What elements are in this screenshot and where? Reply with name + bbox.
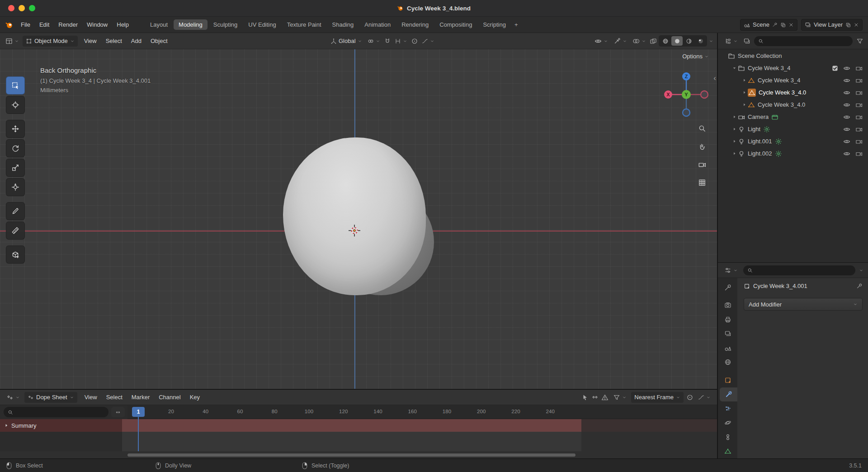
properties-filter-icon[interactable] bbox=[859, 268, 863, 273]
workspace-tab-scripting[interactable]: Scripting bbox=[478, 19, 511, 30]
close-window-button[interactable] bbox=[8, 5, 14, 11]
viewport-menu-select[interactable]: Select bbox=[101, 35, 127, 47]
workspace-tab-rendering[interactable]: Rendering bbox=[396, 19, 434, 30]
disable-in-renders-icon[interactable] bbox=[855, 126, 863, 133]
workspace-tab-modeling[interactable]: Modeling bbox=[174, 19, 208, 30]
dope-sheet-body[interactable]: 20406080100120140160180200220240 Summary… bbox=[0, 405, 717, 458]
mesh-object-sphere[interactable] bbox=[283, 137, 426, 295]
remove-view-layer-icon[interactable] bbox=[854, 22, 859, 28]
summary-keyframe-area[interactable] bbox=[122, 419, 581, 432]
viewport-menu-add[interactable]: Add bbox=[127, 35, 146, 47]
current-frame-badge[interactable]: 1 bbox=[132, 407, 145, 417]
properties-icon[interactable] bbox=[724, 267, 731, 274]
tool-annotate[interactable] bbox=[6, 202, 25, 220]
shading-material-button[interactable] bbox=[683, 36, 694, 46]
outliner-row-cycle-week-3_4-0[interactable]: Cycle Week 3_4.0 bbox=[718, 99, 868, 111]
transform-orientation-dropdown[interactable]: Global bbox=[329, 38, 364, 44]
snap-mode-dropdown[interactable] bbox=[393, 38, 409, 44]
camera-view-icon[interactable] bbox=[698, 160, 706, 169]
shading-wireframe-button[interactable] bbox=[660, 36, 671, 46]
outliner-row-cycle-week-3_4[interactable]: Cycle Week 3_4 bbox=[718, 62, 868, 74]
falloff-dropdown[interactable] bbox=[696, 394, 712, 401]
outliner-editor-type-button[interactable] bbox=[722, 38, 740, 45]
workspace-tab-texture-paint[interactable]: Texture Paint bbox=[282, 19, 326, 30]
channel-search-input[interactable] bbox=[4, 407, 108, 417]
pin-icon[interactable] bbox=[772, 22, 778, 28]
hide-in-viewport-icon[interactable] bbox=[843, 150, 850, 157]
zoom-view-icon[interactable] bbox=[698, 124, 706, 132]
outliner-row-scene-collection[interactable]: Scene Collection bbox=[718, 50, 868, 62]
expand-arrow-icon[interactable] bbox=[731, 114, 738, 119]
properties-tab-particles[interactable] bbox=[718, 401, 737, 416]
properties-tab-tool[interactable] bbox=[718, 280, 737, 295]
new-view-layer-icon[interactable] bbox=[845, 22, 851, 28]
workspace-tab-sculpting[interactable]: Sculpting bbox=[208, 19, 242, 30]
viewport-menu-object[interactable]: Object bbox=[146, 35, 172, 47]
properties-tab-world[interactable] bbox=[718, 355, 737, 370]
proportional-falloff-dropdown[interactable] bbox=[420, 38, 436, 44]
proportional-edit-keys-toggle[interactable] bbox=[686, 394, 693, 401]
summary-channel[interactable]: Summary bbox=[0, 419, 122, 432]
proportional-edit-toggle[interactable] bbox=[411, 38, 418, 45]
expand-arrow-icon[interactable] bbox=[731, 127, 738, 132]
editor-type-button[interactable] bbox=[4, 38, 21, 45]
visibility-dropdown[interactable] bbox=[593, 38, 610, 45]
tool-cursor[interactable] bbox=[6, 96, 25, 114]
disable-in-renders-icon[interactable] bbox=[855, 150, 863, 157]
dope-menu-channel[interactable]: Channel bbox=[154, 392, 185, 403]
new-scene-icon[interactable] bbox=[780, 22, 786, 28]
workspace-tab-compositing[interactable]: Compositing bbox=[434, 19, 477, 30]
dope-menu-select[interactable]: Select bbox=[102, 392, 127, 403]
minimize-window-button[interactable] bbox=[19, 5, 25, 11]
dope-mode-dropdown[interactable]: Dope Sheet bbox=[24, 392, 77, 403]
scene-name[interactable]: Scene bbox=[753, 21, 769, 28]
tool-transform[interactable] bbox=[6, 178, 25, 196]
tool-select-box[interactable] bbox=[6, 76, 25, 94]
gizmo-z-neg-axis[interactable] bbox=[683, 109, 690, 116]
disable-in-renders-icon[interactable] bbox=[855, 113, 863, 121]
outliner-icon[interactable] bbox=[724, 38, 731, 45]
outliner-row-cycle-week-3_4[interactable]: Cycle Week 3_4 bbox=[718, 74, 868, 86]
outliner-row-light-002[interactable]: Light.002 bbox=[718, 147, 868, 160]
outliner-row-light-001[interactable]: Light.001 bbox=[718, 135, 868, 147]
tool-move[interactable] bbox=[6, 120, 25, 138]
view-gizmo[interactable]: Z X Y bbox=[664, 72, 709, 117]
mode-dropdown[interactable]: Object Mode bbox=[23, 36, 78, 47]
only-selected-toggle[interactable] bbox=[581, 394, 589, 401]
outliner-filter-icon[interactable] bbox=[856, 38, 863, 45]
outliner-row-camera[interactable]: Camera bbox=[718, 111, 868, 123]
outliner-row-light[interactable]: Light bbox=[718, 123, 868, 135]
outliner-search[interactable] bbox=[754, 36, 853, 46]
add-modifier-button[interactable]: Add Modifier bbox=[744, 298, 863, 311]
properties-editor-type-button[interactable] bbox=[722, 267, 740, 274]
pin-id-icon[interactable] bbox=[856, 283, 863, 289]
hide-in-viewport-icon[interactable] bbox=[843, 113, 850, 121]
snap-magnet-toggle[interactable] bbox=[384, 38, 391, 45]
editor-3d-icon[interactable] bbox=[5, 38, 13, 45]
properties-tab-object[interactable] bbox=[718, 373, 737, 387]
horizontal-scrollbar[interactable] bbox=[127, 453, 576, 457]
view-layer-name[interactable]: View Layer bbox=[814, 21, 843, 28]
collection-checkbox-icon[interactable] bbox=[831, 65, 839, 72]
dope-sheet-icon[interactable] bbox=[6, 394, 14, 401]
tool-rotate[interactable] bbox=[6, 139, 25, 157]
filter-dropdown[interactable] bbox=[611, 394, 628, 401]
properties-tab-physics[interactable] bbox=[718, 416, 737, 430]
expand-arrow-icon[interactable] bbox=[741, 102, 748, 107]
outliner-row-cycle-week-3_4-0[interactable]: Cycle Week 3_4.0 bbox=[718, 86, 868, 99]
view-layer-selector[interactable]: View Layer bbox=[801, 19, 863, 31]
hide-in-viewport-icon[interactable] bbox=[843, 65, 850, 72]
properties-tab-modifiers[interactable] bbox=[720, 387, 737, 402]
disable-in-renders-icon[interactable] bbox=[855, 101, 863, 109]
expand-arrow-icon[interactable] bbox=[741, 90, 748, 95]
disable-in-renders-icon[interactable] bbox=[855, 89, 863, 96]
properties-tab-scene[interactable] bbox=[718, 341, 737, 355]
expand-arrow-icon[interactable] bbox=[741, 78, 748, 83]
expand-arrow-icon[interactable] bbox=[731, 151, 738, 156]
hide-in-viewport-icon[interactable] bbox=[843, 101, 850, 109]
disable-in-renders-icon[interactable] bbox=[855, 65, 863, 72]
expand-arrow-icon[interactable] bbox=[731, 66, 738, 71]
viewport-menu-view[interactable]: View bbox=[80, 35, 101, 47]
show-hidden-toggle[interactable] bbox=[591, 394, 599, 401]
tool-measure[interactable] bbox=[6, 222, 25, 240]
